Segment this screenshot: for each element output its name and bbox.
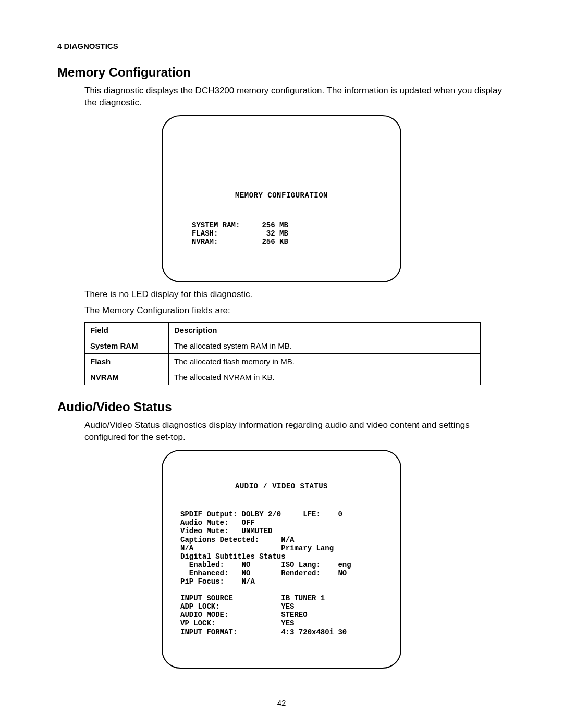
av-screen-container: AUDIO / VIDEO STATUS SPDIF Output: DOLBY…: [162, 450, 401, 669]
page-number: 42: [0, 698, 563, 707]
section-title-memory: Memory Configuration: [57, 65, 506, 80]
field-name-cell: System RAM: [85, 338, 169, 353]
field-desc-cell: The allocated flash memory in MB.: [169, 353, 481, 369]
memory-screen-rows: SYSTEM RAM: 256 MB FLASH: 32 MB NVRAM: 2…: [192, 221, 386, 246]
table-row: NVRAMThe allocated NVRAM in KB.: [85, 369, 481, 385]
av-screen-title: AUDIO / VIDEO STATUS: [177, 482, 386, 490]
field-name-cell: NVRAM: [85, 369, 169, 385]
memory-intro: This diagnostic displays the DCH3200 mem…: [84, 85, 506, 109]
av-screen: AUDIO / VIDEO STATUS SPDIF Output: DOLBY…: [162, 450, 401, 669]
table-header-row: Field Description: [85, 322, 481, 338]
th-description: Description: [169, 322, 481, 338]
av-intro: Audio/Video Status diagnostics display i…: [84, 419, 506, 443]
memory-screen-title: MEMORY CONFIGURATION: [177, 191, 386, 200]
memory-note-1: There is no LED display for this diagnos…: [84, 289, 506, 301]
page: 4 DIAGNOSTICS Memory Configuration This …: [0, 0, 563, 728]
memory-note-2: The Memory Configuration fields are:: [84, 305, 506, 317]
memory-screen: MEMORY CONFIGURATION SYSTEM RAM: 256 MB …: [162, 115, 401, 282]
section-title-av: Audio/Video Status: [57, 400, 506, 414]
field-desc-cell: The allocated NVRAM in KB.: [169, 369, 481, 385]
memory-screen-container: MEMORY CONFIGURATION SYSTEM RAM: 256 MB …: [162, 115, 401, 282]
field-desc-cell: The allocated system RAM in MB.: [169, 338, 481, 353]
memory-field-table: Field Description System RAMThe allocate…: [84, 322, 481, 385]
th-field: Field: [85, 322, 169, 338]
chapter-label: 4 DIAGNOSTICS: [57, 42, 506, 51]
table-row: System RAMThe allocated system RAM in MB…: [85, 338, 481, 353]
field-name-cell: Flash: [85, 353, 169, 369]
av-screen-lines: SPDIF Output: DOLBY 2/0 LFE: 0 Audio Mut…: [180, 510, 386, 636]
table-row: FlashThe allocated flash memory in MB.: [85, 353, 481, 369]
